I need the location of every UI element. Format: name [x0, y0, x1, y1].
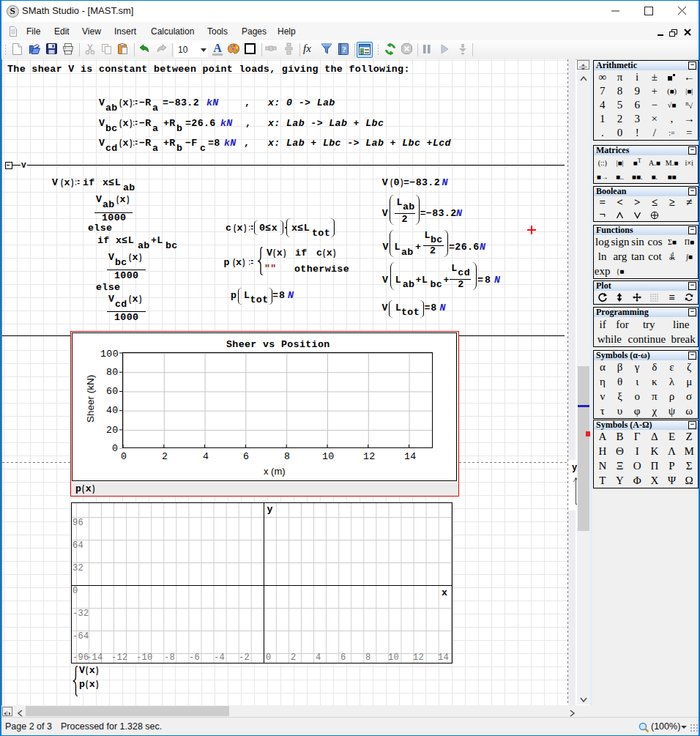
svg-text:?: ?	[342, 45, 346, 53]
